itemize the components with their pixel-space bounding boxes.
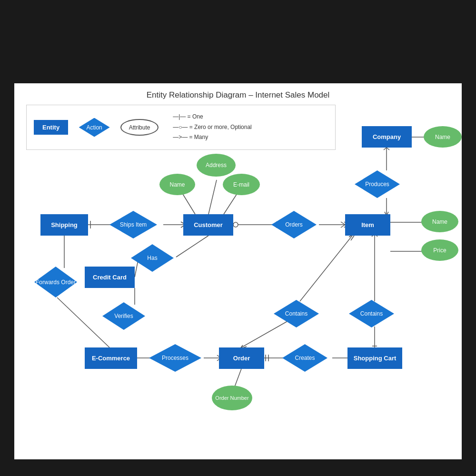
svg-line-43 — [351, 236, 354, 240]
legend-attribute: Attribute — [120, 119, 159, 136]
svg-line-22 — [176, 236, 208, 257]
svg-line-41 — [300, 236, 352, 301]
diagram-area: Entity Relationship Diagram – Internet S… — [14, 83, 462, 459]
svg-line-47 — [208, 180, 217, 214]
diagram-title: Entity Relationship Diagram – Internet S… — [14, 90, 462, 100]
legend-symbol-many: —>— = Many — [173, 132, 252, 143]
action-processes: Processes — [149, 344, 201, 372]
entity-shopping-cart: Shopping Cart — [347, 347, 402, 369]
action-verifies: Verifies — [102, 302, 145, 330]
attribute-customer-email: E-mail — [223, 174, 260, 195]
entity-item: Item — [345, 214, 390, 236]
attribute-order-number: Order Number — [212, 386, 252, 410]
legend-box: Entity Action Attribute —|— = One —○— = … — [26, 105, 336, 150]
legend-entity: Entity — [34, 120, 68, 135]
entity-order: Order — [219, 347, 264, 369]
svg-line-12 — [341, 222, 345, 225]
attribute-customer-name: Name — [159, 174, 195, 195]
entity-customer: Customer — [183, 214, 233, 236]
entity-credit-card: Credit Card — [85, 267, 135, 288]
svg-line-15 — [384, 148, 387, 150]
action-orders: Orders — [271, 211, 317, 238]
legend-action: Action — [79, 118, 110, 137]
action-produces: Produces — [355, 170, 400, 198]
svg-line-50 — [234, 369, 241, 388]
svg-point-6 — [233, 222, 238, 227]
diagram-container: Entity Relationship Diagram – Internet S… — [0, 0, 476, 476]
entity-company: Company — [362, 126, 412, 148]
attribute-item-name: Name — [421, 211, 458, 232]
svg-line-13 — [341, 225, 345, 228]
legend-symbol-one: —|— = One — [173, 112, 252, 122]
svg-line-21 — [135, 260, 138, 277]
action-contains1: Contains — [274, 300, 319, 327]
entity-ecommerce: E-Commerce — [85, 347, 137, 369]
attribute-customer-address: Address — [197, 154, 236, 177]
attribute-company-name: Name — [424, 126, 462, 148]
legend-symbol-optional: —○— = Zero or more, Optional — [173, 122, 252, 133]
action-contains2: Contains — [349, 300, 394, 327]
action-ships-item: Ships Item — [109, 211, 157, 238]
attribute-item-price: Price — [421, 239, 458, 261]
action-has: Has — [131, 244, 174, 272]
entity-shipping: Shipping — [40, 214, 88, 236]
svg-line-16 — [387, 148, 389, 150]
svg-line-23 — [57, 298, 109, 347]
action-creates: Creates — [282, 344, 327, 372]
legend-symbols: —|— = One —○— = Zero or more, Optional —… — [173, 112, 252, 143]
action-forwards-order: Forwards Order — [34, 267, 77, 298]
